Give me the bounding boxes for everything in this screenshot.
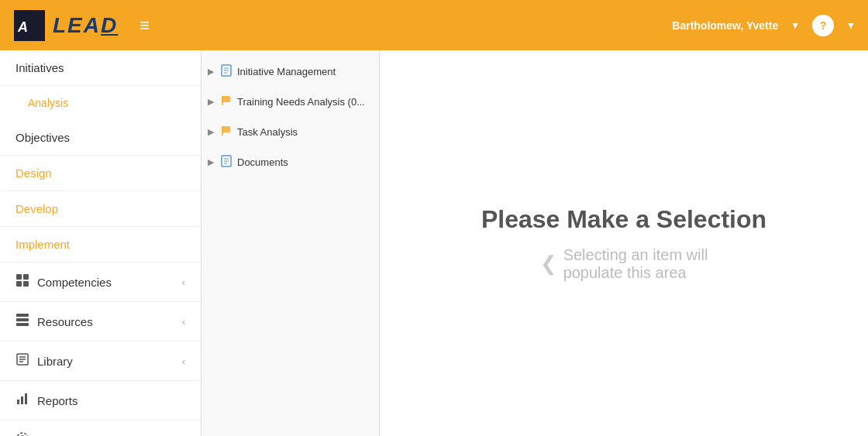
sidebar: Initiatives Analysis Objectives Design D…	[0, 50, 202, 436]
logo-container: A LEAD	[12, 9, 118, 43]
library-chevron: ‹	[182, 355, 185, 367]
sidebar-label-implement: Implement	[16, 238, 70, 251]
sidebar-item-develop[interactable]: Develop	[0, 191, 201, 227]
subtitle-line1: Selecting an item will	[563, 246, 708, 263]
svg-rect-8	[16, 323, 29, 326]
logo-icon: A	[12, 9, 46, 43]
sidebar-label-competencies: Competencies	[37, 276, 112, 289]
svg-rect-4	[16, 281, 22, 287]
tree-item-training-needs-analysis[interactable]: ▶ Training Needs Analysis (0...	[202, 87, 379, 117]
tree-item-initiative-management[interactable]: ▶ Initiative Management	[202, 57, 379, 87]
tree-arrow-docs: ▶	[208, 157, 217, 167]
sidebar-item-reports[interactable]: Reports	[0, 381, 201, 421]
sidebar-label-objectives: Objectives	[16, 131, 70, 144]
reports-icon	[16, 392, 29, 409]
svg-rect-24	[222, 126, 230, 132]
header-left: A LEAD ≡	[12, 9, 150, 43]
sidebar-item-admin[interactable]: Admin ‹	[0, 421, 201, 436]
sidebar-item-design[interactable]: Design	[0, 156, 201, 191]
sidebar-item-objectives[interactable]: Objectives	[0, 120, 201, 156]
svg-rect-15	[25, 393, 27, 404]
tree-label-initiative-management: Initiative Management	[237, 66, 336, 77]
tree-label-tna: Training Needs Analysis (0...	[237, 96, 365, 108]
sidebar-item-competencies[interactable]: Competencies ‹	[0, 263, 201, 302]
svg-rect-13	[17, 400, 19, 404]
sidebar-label-initiatives: Initiatives	[16, 61, 64, 74]
admin-icon	[16, 431, 29, 436]
sidebar-item-analysis[interactable]: Analysis	[0, 86, 201, 120]
help-dropdown-arrow[interactable]: ▼	[846, 20, 856, 31]
svg-rect-5	[23, 281, 29, 287]
sidebar-label-admin: Admin	[37, 434, 71, 437]
tree-item-task-analysis[interactable]: ▶ Task Analysis	[202, 117, 379, 147]
sidebar-label-develop: Develop	[16, 202, 58, 215]
sidebar-label-resources: Resources	[37, 315, 93, 328]
svg-text:A: A	[17, 19, 28, 35]
svg-rect-22	[222, 96, 230, 102]
header-right: Bartholomew, Yvette ▼ ? ▼	[672, 15, 856, 36]
subtitle-block: Selecting an item will populate this are…	[563, 246, 708, 282]
content-area: Please Make a Selection ❮ Selecting an i…	[380, 50, 868, 436]
main-container: Initiatives Analysis Objectives Design D…	[0, 50, 868, 436]
svg-rect-2	[16, 274, 22, 280]
competencies-icon	[16, 273, 29, 290]
logo-text: LEAD	[53, 13, 118, 38]
tree-label-task-analysis: Task Analysis	[237, 126, 298, 138]
tree-panel: ▶ Initiative Management ▶ Training Needs…	[202, 50, 380, 436]
user-name-label: Bartholomew, Yvette	[672, 19, 778, 32]
please-select-title: Please Make a Selection	[481, 205, 766, 234]
tree-arrow-initiative: ▶	[208, 67, 217, 77]
tree-label-documents: Documents	[237, 156, 288, 168]
sidebar-item-resources[interactable]: Resources ‹	[0, 302, 201, 342]
sidebar-label-reports: Reports	[37, 394, 78, 407]
help-button[interactable]: ?	[812, 15, 834, 36]
resources-icon	[16, 313, 29, 330]
sidebar-item-initiatives[interactable]: Initiatives	[0, 50, 201, 86]
app-header: A LEAD ≡ Bartholomew, Yvette ▼ ? ▼	[0, 0, 868, 50]
svg-rect-14	[21, 397, 23, 404]
tree-arrow-task: ▶	[208, 127, 217, 137]
subtitle-line2: populate this area	[563, 264, 687, 281]
task-analysis-flag-icon	[220, 125, 232, 139]
competencies-chevron: ‹	[182, 276, 185, 288]
user-dropdown-arrow[interactable]: ▼	[790, 20, 800, 31]
resources-chevron: ‹	[182, 316, 185, 328]
svg-rect-7	[16, 318, 29, 321]
sidebar-label-analysis: Analysis	[28, 97, 68, 109]
sidebar-item-library[interactable]: Library ‹	[0, 342, 201, 381]
svg-rect-3	[23, 274, 29, 280]
initiative-management-doc-icon	[220, 64, 232, 79]
tree-arrow-tna: ▶	[208, 97, 217, 107]
documents-doc-icon	[220, 155, 232, 170]
tree-item-documents[interactable]: ▶ Documents	[202, 147, 379, 177]
tna-flag-icon	[220, 94, 232, 109]
sidebar-label-library: Library	[37, 355, 73, 368]
svg-rect-6	[16, 314, 29, 317]
sidebar-item-implement[interactable]: Implement	[0, 227, 201, 263]
chevron-left-icon: ❮	[540, 252, 557, 276]
sidebar-label-design: Design	[16, 167, 52, 180]
hamburger-menu-icon[interactable]: ≡	[140, 15, 150, 36]
library-icon	[16, 352, 29, 369]
please-select-subtitle: ❮ Selecting an item will populate this a…	[540, 246, 708, 282]
